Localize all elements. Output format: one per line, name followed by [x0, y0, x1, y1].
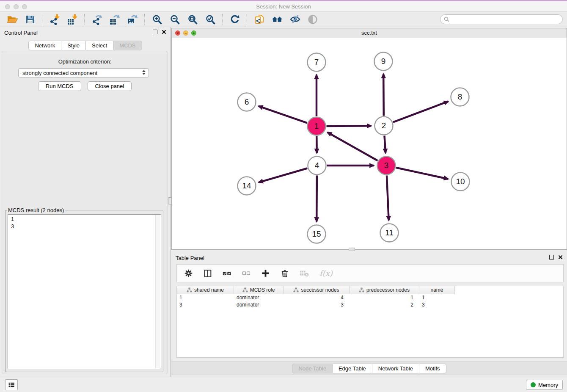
cell-successor-nodes[interactable]: 3: [284, 301, 350, 309]
zoom-selected-button[interactable]: [201, 13, 219, 26]
svg-text:1: 1: [314, 121, 319, 130]
horizontal-splitter-grip[interactable]: [349, 248, 355, 251]
save-session-icon: [25, 14, 35, 25]
graph-edge-4-15[interactable]: [317, 176, 317, 222]
close-table-panel-icon[interactable]: [558, 255, 563, 259]
control-panel: Control Panel NetworkStyleSelectMCDS Opt…: [0, 27, 171, 377]
toolbar: [0, 12, 567, 27]
column-header-predecessor-nodes[interactable]: predecessor nodes: [350, 286, 419, 294]
close-window-icon[interactable]: [5, 4, 10, 9]
export-network-button[interactable]: [88, 13, 106, 26]
graph-node-11[interactable]: 11: [380, 224, 399, 242]
close-panel-icon[interactable]: [162, 30, 166, 34]
task-history-button[interactable]: [5, 379, 18, 390]
graph-canvas[interactable]: 7968124314101511: [172, 38, 567, 249]
open-file-button[interactable]: [3, 13, 21, 26]
graph-node-9[interactable]: 9: [374, 52, 393, 71]
table-tabs-strip: Node TableEdge TableNetwork TableMotifs: [171, 362, 567, 375]
graph-node-7[interactable]: 7: [308, 53, 326, 72]
first-neighbors-button[interactable]: [268, 13, 286, 26]
tab-mcds[interactable]: MCDS: [113, 41, 142, 50]
graph-node-8[interactable]: 8: [451, 88, 469, 106]
select-all-button[interactable]: [223, 269, 231, 278]
cell-shared-name[interactable]: 3: [177, 301, 234, 309]
add-column-button[interactable]: [261, 269, 270, 278]
tab-style[interactable]: Style: [61, 41, 86, 50]
close-panel-button[interactable]: Close panel: [88, 81, 132, 91]
tab-edge-table[interactable]: Edge Table: [333, 364, 372, 373]
hide-selected-button[interactable]: [286, 13, 304, 26]
tab-motifs[interactable]: Motifs: [419, 364, 446, 373]
graph-node-15[interactable]: 15: [308, 225, 326, 243]
graph-edge-2-9[interactable]: [383, 74, 384, 116]
graph-edge-2-8[interactable]: [393, 101, 448, 122]
zoom-out-button[interactable]: [166, 13, 184, 26]
tab-network[interactable]: Network: [28, 41, 61, 50]
table-options-button[interactable]: [184, 269, 193, 278]
export-table-button[interactable]: [106, 13, 124, 26]
column-header-name[interactable]: name: [419, 286, 455, 294]
toggle-details-icon: [308, 14, 318, 25]
run-mcds-button[interactable]: Run MCDS: [38, 81, 81, 91]
network-close-icon[interactable]: ×: [175, 30, 180, 36]
cell-name[interactable]: 1: [419, 294, 455, 301]
delete-column-button[interactable]: [281, 269, 289, 278]
zoom-window-icon[interactable]: [22, 4, 27, 9]
float-table-panel-icon[interactable]: [549, 255, 554, 259]
cell-mcds-role[interactable]: dominator: [234, 294, 284, 301]
cell-name[interactable]: 3: [419, 301, 455, 309]
column-header-shared-name[interactable]: shared name: [177, 286, 234, 294]
table-row: 3dominator323: [177, 301, 563, 309]
graph-edge-1-6[interactable]: [259, 106, 307, 123]
network-maximize-icon[interactable]: +: [191, 30, 196, 36]
export-image-button[interactable]: [124, 13, 141, 26]
mcds-result-list[interactable]: 13: [8, 214, 161, 369]
refresh-button[interactable]: [226, 13, 244, 26]
zoom-fit-button[interactable]: [184, 13, 201, 26]
graph-edge-3-11[interactable]: [387, 176, 389, 221]
graph-edge-3-1[interactable]: [328, 133, 378, 161]
graph-edge-1-2[interactable]: [327, 126, 372, 126]
zoom-selected-icon: [205, 14, 215, 25]
tab-select[interactable]: Select: [86, 41, 113, 50]
float-panel-icon[interactable]: [153, 30, 157, 34]
show-columns-button[interactable]: [204, 269, 212, 278]
memory-button[interactable]: Memory: [526, 380, 563, 390]
graph-edge-3-10[interactable]: [396, 168, 448, 179]
graph-edge-2-3[interactable]: [385, 136, 386, 153]
zoom-in-button[interactable]: [148, 13, 166, 26]
column-header-successor-nodes[interactable]: successor nodes: [284, 286, 350, 294]
export-table-icon: [109, 14, 120, 25]
graph-node-3[interactable]: 3: [377, 157, 396, 175]
cell-successor-nodes[interactable]: 4: [284, 294, 350, 301]
cell-shared-name[interactable]: 1: [177, 294, 234, 301]
table-panel-header: Table Panel: [171, 252, 567, 263]
search-input[interactable]: [440, 14, 563, 24]
scrollbar-track[interactable]: [155, 215, 160, 368]
delete-table-icon: [300, 269, 309, 277]
graph-edge-4-14[interactable]: [259, 168, 307, 182]
graph-node-1[interactable]: 1: [308, 117, 326, 135]
search-icon: [444, 17, 449, 22]
cell-predecessor-nodes[interactable]: 2: [350, 301, 419, 309]
graph-node-2[interactable]: 2: [375, 117, 393, 135]
column-header-mcds-role[interactable]: MCDS role: [234, 286, 284, 294]
import-table-button[interactable]: [63, 13, 81, 26]
graph-node-14[interactable]: 14: [238, 177, 256, 195]
import-network-button[interactable]: [46, 13, 63, 26]
optimization-criterion-select[interactable]: strongly connected component: [18, 68, 149, 77]
cell-predecessor-nodes[interactable]: 1: [350, 294, 419, 301]
cell-mcds-role[interactable]: dominator: [234, 301, 284, 309]
deselect-all-button[interactable]: [242, 269, 250, 277]
tab-network-table[interactable]: Network Table: [372, 364, 419, 373]
graph-node-6[interactable]: 6: [238, 93, 256, 111]
minimize-window-icon[interactable]: [14, 4, 19, 9]
network-minimize-icon[interactable]: −: [183, 30, 188, 36]
tab-node-table[interactable]: Node Table: [292, 364, 333, 373]
mcds-result-box: MCDS result (2 nodes) 13: [6, 207, 163, 372]
save-session-button[interactable]: [21, 13, 39, 26]
new-network-from-selection-button[interactable]: [250, 13, 268, 26]
graph-node-10[interactable]: 10: [451, 173, 470, 191]
network-window-header: × − + scc.txt: [172, 28, 567, 38]
graph-node-4[interactable]: 4: [308, 157, 326, 175]
